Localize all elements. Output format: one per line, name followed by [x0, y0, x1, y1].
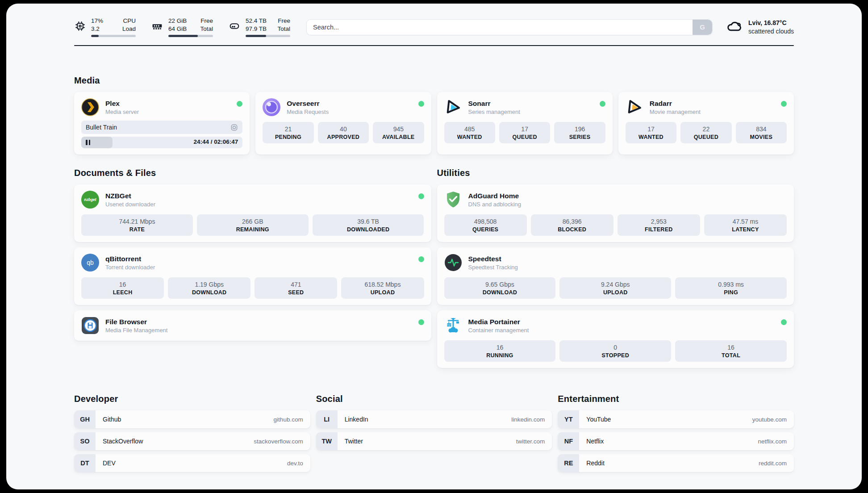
bookmark-name: DEV — [103, 460, 116, 467]
app-subtitle: Media Requests — [287, 109, 329, 115]
cloud-icon — [726, 20, 743, 35]
cpu-label: CPU — [122, 17, 136, 25]
pause-icon[interactable] — [86, 140, 90, 145]
stat-tile: 945 AVAILABLE — [373, 122, 424, 143]
stat-tile: 834 MOVIES — [736, 122, 787, 143]
radarr-icon — [626, 98, 643, 116]
app-name: AdGuard Home — [468, 192, 522, 200]
social-column: Social LI LinkedIn linkedin.com TW Twitt… — [316, 394, 552, 472]
app-card-speedtest[interactable]: Speedtest Speedtest Tracking 9.65 Gbps D… — [437, 247, 794, 305]
cpu-progress-fill — [91, 35, 99, 37]
qbittorrent-icon: qb — [81, 254, 99, 272]
section-title-documents: Documents & Files — [74, 168, 431, 178]
bookmark-url: linkedin.com — [511, 416, 545, 423]
system-metrics: 17% 3.2 CPU Load — [74, 17, 290, 37]
bookmark-stackoverflow[interactable]: SO StackOverflow stackoverflow.com — [74, 432, 310, 450]
app-card-qbittorrent[interactable]: qb qBittorrent Torrent downloader — [74, 247, 431, 305]
cpu-metric: 17% 3.2 CPU Load — [74, 17, 136, 37]
status-dot — [237, 101, 242, 107]
app-card-radarr[interactable]: Radarr Movie management 17 WANTED 22 QUE… — [618, 92, 794, 155]
cpu-load-value: 3.2 — [91, 25, 103, 33]
bookmark-abbr: RE — [558, 454, 579, 472]
bookmark-abbr: DT — [74, 454, 96, 472]
stat-tile: 2,953 FILTERED — [618, 214, 700, 236]
app-subtitle: Media server — [105, 109, 139, 115]
stat-tile: 9.65 Gbps DOWNLOAD — [444, 277, 556, 299]
app-card-overseerr[interactable]: Overseerr Media Requests 21 PENDING 40 A… — [255, 92, 431, 155]
stat-tile: 0.993 ms PING — [675, 277, 787, 299]
app-card-nzbget[interactable]: nzbget NZBGet Usenet downloader 74 — [74, 184, 431, 242]
bookmark-twitter[interactable]: TW Twitter twitter.com — [316, 432, 552, 450]
app-subtitle: Movie management — [650, 109, 701, 115]
stat-tile: 17 QUEUED — [499, 122, 550, 143]
search-engine-button[interactable]: G — [693, 20, 712, 35]
section-title-utilities: Utilities — [437, 168, 794, 178]
status-dot — [600, 101, 605, 107]
app-card-adguard[interactable]: AdGuard Home DNS and adblocking 498,508 … — [437, 184, 794, 242]
app-card-portainer[interactable]: Media Portainer Container management 16 … — [437, 310, 794, 368]
bookmark-url: github.com — [274, 416, 303, 423]
top-bar: 17% 3.2 CPU Load — [74, 4, 794, 37]
bookmark-name: StackOverflow — [103, 438, 143, 445]
bookmark-name: Twitter — [345, 438, 363, 445]
stat-tile: 196 SERIES — [554, 122, 605, 143]
bookmark-url: reddit.com — [759, 460, 787, 467]
stat-tile: 22 QUEUED — [680, 122, 731, 143]
disk-progress-fill — [246, 35, 266, 37]
disk-progress-track — [246, 35, 290, 37]
stat-tile: 0 STOPPED — [559, 340, 671, 362]
app-card-filebrowser[interactable]: File Browser Media File Management — [74, 310, 431, 341]
bookmark-name: LinkedIn — [345, 416, 368, 423]
bookmark-abbr: LI — [316, 410, 338, 428]
status-dot — [418, 101, 424, 107]
section-title-developer: Developer — [74, 394, 310, 404]
stat-tile: 16 TOTAL — [675, 340, 787, 362]
disk-total-label: Total — [277, 25, 290, 33]
stat-tile: 485 WANTED — [444, 122, 495, 143]
entertainment-column: Entertainment YT YouTube youtube.com NF … — [558, 394, 794, 472]
app-name: qBittorrent — [105, 255, 155, 263]
adguard-icon — [444, 191, 462, 209]
app-name: Plex — [105, 100, 139, 108]
bookmark-name: Reddit — [586, 460, 604, 467]
stat-tile: 39.6 TB DOWNLOADED — [313, 214, 424, 236]
portainer-icon — [444, 317, 462, 334]
bookmark-dev[interactable]: DT DEV dev.to — [74, 454, 310, 472]
search-bar: G — [306, 19, 713, 35]
now-playing-title-pill: Bullet Train — [81, 121, 242, 134]
bookmark-github[interactable]: GH Github github.com — [74, 410, 310, 428]
bookmark-youtube[interactable]: YT YouTube youtube.com — [558, 410, 794, 428]
ram-metric: 22 GiB 64 GiB Free Total — [151, 17, 213, 37]
bookmark-abbr: YT — [558, 410, 579, 428]
bookmark-abbr: SO — [74, 432, 96, 450]
stat-tile: 21 PENDING — [263, 122, 313, 143]
ram-progress-track — [168, 35, 213, 37]
now-playing-time: 24:44 / 02:06:47 — [193, 138, 238, 145]
bookmark-linkedin[interactable]: LI LinkedIn linkedin.com — [316, 410, 552, 428]
bookmark-netflix[interactable]: NF Netflix netflix.com — [558, 432, 794, 450]
overseerr-icon — [263, 98, 280, 116]
app-card-sonarr[interactable]: Sonarr Series management 485 WANTED 17 Q… — [437, 92, 613, 155]
stat-tile: 16 LEECH — [81, 277, 164, 299]
ram-total-value: 64 GiB — [168, 25, 187, 33]
ram-total-label: Total — [200, 25, 213, 33]
bookmark-url: dev.to — [287, 460, 303, 467]
disk-free-label: Free — [277, 17, 290, 25]
weather-location: Lviv, 16.87°C — [748, 19, 794, 27]
ram-icon — [151, 20, 163, 34]
bookmark-url: youtube.com — [752, 416, 787, 423]
app-name: File Browser — [105, 318, 167, 326]
plex-icon — [81, 98, 99, 116]
bookmark-url: twitter.com — [516, 438, 545, 445]
bookmark-reddit[interactable]: RE Reddit reddit.com — [558, 454, 794, 472]
cpu-usage-value: 17% — [91, 17, 103, 25]
header-divider — [74, 45, 794, 46]
app-name: Speedtest — [468, 255, 518, 263]
cpu-icon — [74, 20, 86, 34]
status-dot — [418, 256, 424, 262]
search-input[interactable] — [307, 20, 693, 35]
developer-column: Developer GH Github github.com SO StackO… — [74, 394, 310, 472]
app-card-plex[interactable]: Plex Media server Bullet Train — [74, 92, 250, 155]
filebrowser-icon — [81, 317, 99, 334]
weather-condition: scattered clouds — [748, 27, 794, 36]
